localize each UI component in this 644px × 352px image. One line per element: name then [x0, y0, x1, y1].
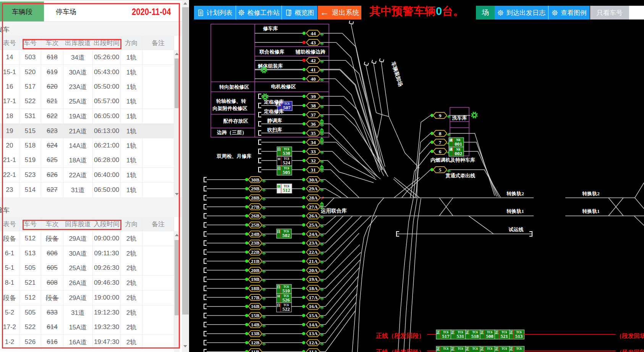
- svg-text:13A: 13A: [309, 331, 318, 336]
- svg-text:18A: 18A: [309, 285, 318, 291]
- svg-text:508: 508: [486, 333, 494, 339]
- svg-text:22B: 22B: [251, 249, 260, 255]
- svg-text:7: 7: [439, 140, 442, 145]
- svg-text:日: 日: [277, 230, 280, 234]
- svg-text:22A: 22A: [309, 249, 318, 255]
- svg-text:H: H: [277, 294, 280, 298]
- svg-text:静调库: 静调库: [267, 118, 282, 123]
- svg-text:车辆装卸场: 车辆装卸场: [390, 60, 403, 87]
- svg-text:33: 33: [311, 149, 316, 154]
- svg-text:正: 正: [451, 331, 455, 334]
- svg-text:521: 521: [500, 333, 508, 339]
- svg-text:正: 正: [495, 331, 498, 334]
- svg-text:试运线: 试运线: [508, 227, 524, 232]
- svg-text:运用联合库: 运用联合库: [320, 208, 347, 214]
- svg-text:14A: 14A: [309, 322, 318, 328]
- svg-text:贯通式牵出线: 贯通式牵出线: [445, 173, 475, 178]
- svg-text:001: 001: [455, 141, 462, 147]
- svg-text:日: 日: [277, 148, 281, 151]
- svg-text:TC6: TC6: [502, 347, 507, 350]
- svg-text:37: 37: [311, 112, 316, 118]
- svg-text:11A: 11A: [309, 349, 318, 352]
- svg-text:正: 正: [510, 347, 513, 351]
- svg-text:（场发回段: （场发回段: [616, 349, 644, 352]
- svg-text:向架附件检修区: 向架附件检修区: [213, 105, 248, 111]
- svg-text:5: 5: [439, 167, 442, 173]
- svg-text:13B: 13B: [251, 331, 260, 336]
- svg-text:定临修库: 定临修库: [264, 99, 284, 105]
- svg-text:44: 44: [311, 31, 316, 36]
- svg-text:正线（场发回场）: 正线（场发回场）: [375, 349, 425, 352]
- svg-text:28A: 28A: [309, 195, 318, 201]
- svg-text:11B: 11B: [251, 349, 259, 352]
- svg-text:531: 531: [457, 333, 464, 339]
- svg-text:吹扫库: 吹扫库: [267, 127, 282, 133]
- svg-text:正: 正: [510, 331, 513, 334]
- svg-text:正: 正: [436, 347, 440, 351]
- svg-text:16A: 16A: [309, 303, 318, 309]
- svg-text:9: 9: [439, 113, 442, 118]
- svg-text:530: 530: [283, 150, 290, 156]
- svg-text:20A: 20A: [309, 268, 318, 273]
- svg-text:18B: 18B: [251, 285, 260, 291]
- svg-text:42: 42: [311, 58, 316, 63]
- svg-text:联合检修库: 联合检修库: [259, 49, 285, 55]
- svg-text:507: 507: [283, 105, 291, 110]
- svg-text:522: 522: [282, 306, 290, 312]
- svg-text:TC6: TC6: [443, 347, 448, 350]
- svg-text:调: 调: [449, 148, 453, 151]
- svg-text:002: 002: [455, 151, 462, 156]
- svg-text:正: 正: [466, 347, 469, 351]
- svg-text:轮轴检修、转: 轮轴检修、转: [216, 98, 246, 104]
- svg-text:转换轨1: 转换轨1: [506, 208, 524, 214]
- svg-text:转换轨2: 转换轨2: [506, 191, 524, 196]
- svg-text:12A: 12A: [309, 340, 318, 346]
- svg-text:辅助检修边跨: 辅助检修边跨: [295, 49, 326, 55]
- svg-text:转向架检修区: 转向架检修区: [219, 84, 249, 90]
- svg-text:29B: 29B: [251, 186, 260, 191]
- svg-text:正线（段发回段）: 正线（段发回段）: [375, 333, 425, 339]
- svg-text:23B: 23B: [251, 240, 260, 246]
- svg-text:15B: 15B: [251, 313, 260, 318]
- svg-text:517: 517: [442, 333, 450, 339]
- svg-text:26B: 26B: [251, 213, 260, 219]
- svg-text:洗车库: 洗车库: [452, 115, 467, 121]
- svg-text:39: 39: [311, 94, 316, 99]
- svg-text:21A: 21A: [309, 258, 318, 264]
- svg-text:（段发回场: （段发回场: [616, 333, 644, 339]
- svg-text:TC6: TC6: [487, 347, 492, 350]
- svg-text:24A: 24A: [309, 231, 318, 237]
- svg-text:27A: 27A: [309, 204, 318, 210]
- svg-text:边跨（三层）: 边跨（三层）: [217, 130, 247, 135]
- svg-text:30A: 30A: [309, 177, 318, 183]
- svg-text:31: 31: [311, 167, 316, 173]
- svg-text:解体组装库: 解体组装库: [258, 63, 283, 69]
- svg-text:TC6: TC6: [472, 347, 478, 350]
- svg-text:512: 512: [283, 187, 290, 193]
- svg-text:36: 36: [311, 121, 316, 127]
- svg-text:正: 正: [436, 331, 440, 334]
- svg-text:40: 40: [311, 76, 316, 82]
- svg-text:41: 41: [311, 67, 316, 73]
- svg-text:修车库: 修车库: [263, 26, 278, 31]
- svg-text:518: 518: [471, 333, 479, 339]
- svg-text:526: 526: [282, 297, 290, 303]
- svg-text:TC6: TC6: [458, 347, 463, 350]
- svg-text:29A: 29A: [309, 186, 318, 191]
- svg-text:正: 正: [495, 347, 498, 351]
- svg-text:30B: 30B: [251, 177, 260, 183]
- svg-text:日: 日: [277, 303, 280, 307]
- svg-text:正: 正: [480, 347, 484, 351]
- svg-text:35: 35: [311, 130, 316, 136]
- svg-text:524: 524: [283, 160, 290, 165]
- svg-text:正: 正: [466, 331, 469, 334]
- svg-text:15A: 15A: [309, 313, 318, 318]
- svg-text:17B: 17B: [251, 295, 260, 300]
- svg-text:32: 32: [311, 158, 316, 164]
- svg-text:510: 510: [282, 288, 290, 294]
- svg-text:8: 8: [439, 131, 442, 136]
- svg-text:25B: 25B: [251, 222, 260, 228]
- svg-text:16B: 16B: [251, 303, 260, 309]
- svg-text:26A: 26A: [309, 213, 318, 219]
- svg-text:34: 34: [311, 140, 316, 145]
